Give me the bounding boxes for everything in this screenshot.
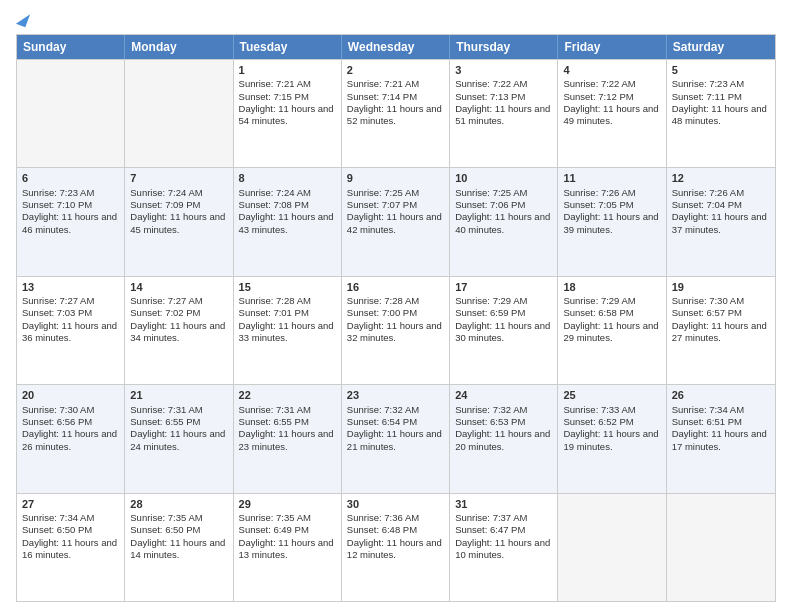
week-row-1: 1Sunrise: 7:21 AMSunset: 7:15 PMDaylight… xyxy=(17,59,775,167)
day-cell-28: 28Sunrise: 7:35 AMSunset: 6:50 PMDayligh… xyxy=(125,494,233,601)
sunset-time: Sunset: 6:54 PM xyxy=(347,416,417,427)
sunset-time: Sunset: 7:13 PM xyxy=(455,91,525,102)
sunset-time: Sunset: 7:05 PM xyxy=(563,199,633,210)
day-cell-15: 15Sunrise: 7:28 AMSunset: 7:01 PMDayligh… xyxy=(234,277,342,384)
sunset-time: Sunset: 7:00 PM xyxy=(347,307,417,318)
daylight-hours: Daylight: 11 hours and 52 minutes. xyxy=(347,103,442,126)
day-number: 12 xyxy=(672,171,770,185)
day-cell-5: 5Sunrise: 7:23 AMSunset: 7:11 PMDaylight… xyxy=(667,60,775,167)
daylight-hours: Daylight: 11 hours and 17 minutes. xyxy=(672,428,767,451)
daylight-hours: Daylight: 11 hours and 27 minutes. xyxy=(672,320,767,343)
sunset-time: Sunset: 6:48 PM xyxy=(347,524,417,535)
day-number: 2 xyxy=(347,63,444,77)
daylight-hours: Daylight: 11 hours and 43 minutes. xyxy=(239,211,334,234)
day-of-week-tuesday: Tuesday xyxy=(234,35,342,59)
day-cell-13: 13Sunrise: 7:27 AMSunset: 7:03 PMDayligh… xyxy=(17,277,125,384)
day-cell-19: 19Sunrise: 7:30 AMSunset: 6:57 PMDayligh… xyxy=(667,277,775,384)
page: SundayMondayTuesdayWednesdayThursdayFrid… xyxy=(0,0,792,612)
day-cell-21: 21Sunrise: 7:31 AMSunset: 6:55 PMDayligh… xyxy=(125,385,233,492)
day-of-week-friday: Friday xyxy=(558,35,666,59)
day-number: 3 xyxy=(455,63,552,77)
sunset-time: Sunset: 7:14 PM xyxy=(347,91,417,102)
day-cell-29: 29Sunrise: 7:35 AMSunset: 6:49 PMDayligh… xyxy=(234,494,342,601)
daylight-hours: Daylight: 11 hours and 19 minutes. xyxy=(563,428,658,451)
sunset-time: Sunset: 7:09 PM xyxy=(130,199,200,210)
daylight-hours: Daylight: 11 hours and 46 minutes. xyxy=(22,211,117,234)
daylight-hours: Daylight: 11 hours and 48 minutes. xyxy=(672,103,767,126)
sunset-time: Sunset: 7:02 PM xyxy=(130,307,200,318)
sunset-time: Sunset: 6:56 PM xyxy=(22,416,92,427)
daylight-hours: Daylight: 11 hours and 26 minutes. xyxy=(22,428,117,451)
day-cell-31: 31Sunrise: 7:37 AMSunset: 6:47 PMDayligh… xyxy=(450,494,558,601)
empty-cell xyxy=(667,494,775,601)
logo xyxy=(16,12,28,26)
sunrise-time: Sunrise: 7:32 AM xyxy=(455,404,527,415)
day-number: 17 xyxy=(455,280,552,294)
sunrise-time: Sunrise: 7:28 AM xyxy=(347,295,419,306)
week-row-5: 27Sunrise: 7:34 AMSunset: 6:50 PMDayligh… xyxy=(17,493,775,601)
day-cell-9: 9Sunrise: 7:25 AMSunset: 7:07 PMDaylight… xyxy=(342,168,450,275)
sunset-time: Sunset: 7:03 PM xyxy=(22,307,92,318)
sunrise-time: Sunrise: 7:29 AM xyxy=(455,295,527,306)
day-number: 22 xyxy=(239,388,336,402)
sunrise-time: Sunrise: 7:28 AM xyxy=(239,295,311,306)
sunrise-time: Sunrise: 7:30 AM xyxy=(672,295,744,306)
sunrise-time: Sunrise: 7:36 AM xyxy=(347,512,419,523)
sunset-time: Sunset: 7:04 PM xyxy=(672,199,742,210)
daylight-hours: Daylight: 11 hours and 45 minutes. xyxy=(130,211,225,234)
sunrise-time: Sunrise: 7:32 AM xyxy=(347,404,419,415)
sunset-time: Sunset: 7:12 PM xyxy=(563,91,633,102)
sunrise-time: Sunrise: 7:31 AM xyxy=(130,404,202,415)
day-cell-22: 22Sunrise: 7:31 AMSunset: 6:55 PMDayligh… xyxy=(234,385,342,492)
sunrise-time: Sunrise: 7:35 AM xyxy=(130,512,202,523)
day-number: 20 xyxy=(22,388,119,402)
sunrise-time: Sunrise: 7:21 AM xyxy=(347,78,419,89)
day-cell-25: 25Sunrise: 7:33 AMSunset: 6:52 PMDayligh… xyxy=(558,385,666,492)
daylight-hours: Daylight: 11 hours and 42 minutes. xyxy=(347,211,442,234)
sunset-time: Sunset: 7:15 PM xyxy=(239,91,309,102)
day-number: 24 xyxy=(455,388,552,402)
sunrise-time: Sunrise: 7:24 AM xyxy=(239,187,311,198)
day-number: 9 xyxy=(347,171,444,185)
sunrise-time: Sunrise: 7:30 AM xyxy=(22,404,94,415)
day-number: 28 xyxy=(130,497,227,511)
day-number: 8 xyxy=(239,171,336,185)
day-cell-12: 12Sunrise: 7:26 AMSunset: 7:04 PMDayligh… xyxy=(667,168,775,275)
sunrise-time: Sunrise: 7:34 AM xyxy=(22,512,94,523)
daylight-hours: Daylight: 11 hours and 29 minutes. xyxy=(563,320,658,343)
logo-triangle-icon xyxy=(16,11,30,28)
day-cell-6: 6Sunrise: 7:23 AMSunset: 7:10 PMDaylight… xyxy=(17,168,125,275)
empty-cell xyxy=(558,494,666,601)
day-cell-20: 20Sunrise: 7:30 AMSunset: 6:56 PMDayligh… xyxy=(17,385,125,492)
sunrise-time: Sunrise: 7:25 AM xyxy=(347,187,419,198)
calendar: SundayMondayTuesdayWednesdayThursdayFrid… xyxy=(16,34,776,602)
sunset-time: Sunset: 7:06 PM xyxy=(455,199,525,210)
sunrise-time: Sunrise: 7:33 AM xyxy=(563,404,635,415)
day-number: 4 xyxy=(563,63,660,77)
daylight-hours: Daylight: 11 hours and 33 minutes. xyxy=(239,320,334,343)
day-number: 26 xyxy=(672,388,770,402)
sunrise-time: Sunrise: 7:26 AM xyxy=(672,187,744,198)
sunrise-time: Sunrise: 7:37 AM xyxy=(455,512,527,523)
day-number: 21 xyxy=(130,388,227,402)
daylight-hours: Daylight: 11 hours and 39 minutes. xyxy=(563,211,658,234)
day-cell-26: 26Sunrise: 7:34 AMSunset: 6:51 PMDayligh… xyxy=(667,385,775,492)
day-number: 10 xyxy=(455,171,552,185)
calendar-header: SundayMondayTuesdayWednesdayThursdayFrid… xyxy=(17,35,775,59)
day-number: 14 xyxy=(130,280,227,294)
day-cell-10: 10Sunrise: 7:25 AMSunset: 7:06 PMDayligh… xyxy=(450,168,558,275)
sunset-time: Sunset: 6:55 PM xyxy=(130,416,200,427)
sunset-time: Sunset: 6:50 PM xyxy=(22,524,92,535)
sunrise-time: Sunrise: 7:35 AM xyxy=(239,512,311,523)
day-number: 31 xyxy=(455,497,552,511)
week-row-2: 6Sunrise: 7:23 AMSunset: 7:10 PMDaylight… xyxy=(17,167,775,275)
sunrise-time: Sunrise: 7:22 AM xyxy=(563,78,635,89)
day-cell-30: 30Sunrise: 7:36 AMSunset: 6:48 PMDayligh… xyxy=(342,494,450,601)
day-cell-14: 14Sunrise: 7:27 AMSunset: 7:02 PMDayligh… xyxy=(125,277,233,384)
day-cell-2: 2Sunrise: 7:21 AMSunset: 7:14 PMDaylight… xyxy=(342,60,450,167)
day-number: 11 xyxy=(563,171,660,185)
header xyxy=(16,12,776,26)
day-number: 1 xyxy=(239,63,336,77)
day-cell-8: 8Sunrise: 7:24 AMSunset: 7:08 PMDaylight… xyxy=(234,168,342,275)
day-cell-4: 4Sunrise: 7:22 AMSunset: 7:12 PMDaylight… xyxy=(558,60,666,167)
